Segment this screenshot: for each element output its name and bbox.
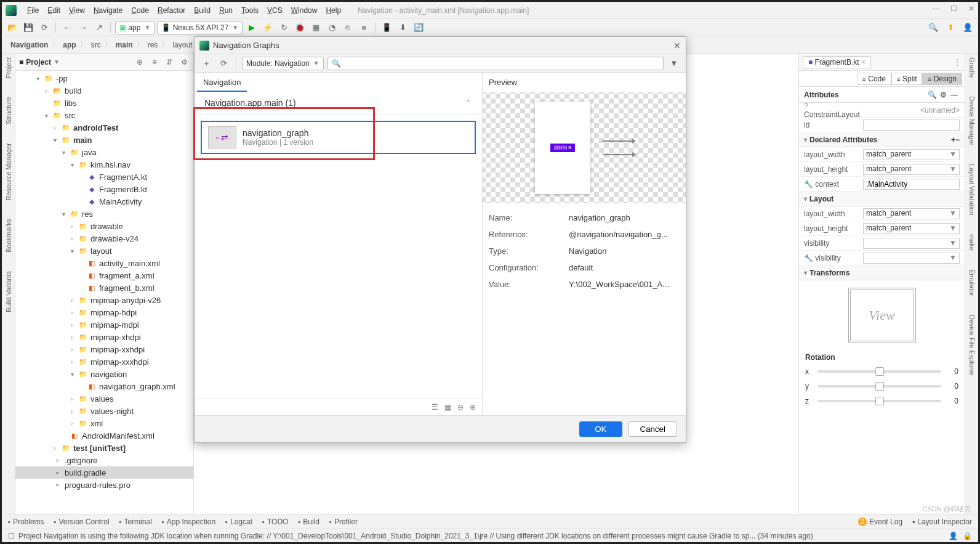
tools-visibility-select[interactable]: ▼ <box>863 253 960 264</box>
tree-row[interactable]: ◧activity_main.xml <box>15 257 193 269</box>
inspections-icon[interactable]: 👤 <box>949 532 958 540</box>
id-input[interactable] <box>863 120 960 131</box>
layout-height-select[interactable]: match_parent ▼ <box>863 164 960 175</box>
dialog-search-input[interactable]: 🔍 <box>327 57 664 70</box>
forward-icon[interactable]: → <box>76 21 90 35</box>
tree-row[interactable]: ▫proguard-rules.pro <box>15 479 193 491</box>
remove-attr-icon[interactable]: − <box>955 136 960 144</box>
layout-width-select[interactable]: match_parent ▼ <box>863 149 960 160</box>
stop-icon[interactable]: ■ <box>357 21 371 35</box>
tree-row[interactable]: ›📁mipmap-xxxhdpi <box>15 355 193 368</box>
rotation-z-slider[interactable]: z0 <box>799 394 965 408</box>
module-combo[interactable]: Module: Navigation▼ <box>242 57 324 70</box>
cancel-button[interactable]: Cancel <box>629 421 678 437</box>
tree-row[interactable]: ›📁test [unitTest] <box>15 442 193 454</box>
sync-gradle-icon[interactable]: 🔄 <box>412 21 425 35</box>
strip-emulator[interactable]: Emulator <box>968 269 976 296</box>
menu-vcs[interactable]: VCS <box>263 6 287 15</box>
tree-row[interactable]: ▾📁res <box>15 208 193 220</box>
viewmode-design[interactable]: ≡ Design <box>922 73 962 85</box>
tree-row[interactable]: ›📁values <box>15 392 193 405</box>
declared-attrs-header[interactable]: Declared Attributes <box>809 136 877 144</box>
strip-bookmarks[interactable]: Bookmarks <box>5 219 12 253</box>
crumb[interactable]: res <box>148 41 158 49</box>
bottom-todo[interactable]: ▪ TODO <box>262 518 288 526</box>
bottom-layout-inspector[interactable]: ▪ Layout Inspector <box>912 518 972 526</box>
layout-section-header[interactable]: Layout <box>809 195 833 203</box>
add-item-icon[interactable]: ⊕ <box>470 403 476 412</box>
module-section-header[interactable]: Navigation.app.main (1)⌃ <box>195 92 482 115</box>
tree-row[interactable]: ›📁mipmap-xhdpi <box>15 331 193 343</box>
gear-icon[interactable]: ⚙ <box>938 91 949 99</box>
menu-navigate[interactable]: Navigate <box>89 6 127 15</box>
tab-menu-icon[interactable]: ⋮ <box>954 58 961 67</box>
ok-button[interactable]: OK <box>579 421 622 437</box>
rotation-x-slider[interactable]: x0 <box>799 364 965 379</box>
tree-row[interactable]: ◧AndroidManifest.xml <box>15 429 193 442</box>
bottom-app-inspection[interactable]: ▪ App Inspection <box>162 518 215 526</box>
strip-project[interactable]: Project <box>5 57 12 78</box>
tree-row[interactable]: ◧fragment_a.xml <box>15 269 193 282</box>
target-icon[interactable]: ⊕ <box>134 58 145 67</box>
avd-icon[interactable]: 📱 <box>380 21 393 35</box>
crumb[interactable]: layout <box>172 41 192 49</box>
layout-width-select2[interactable]: match_parent ▼ <box>863 208 960 219</box>
bottom-logcat[interactable]: ▪ Logcat <box>225 518 252 526</box>
menu-refactor[interactable]: Refactor <box>153 6 190 15</box>
strip-structure[interactable]: Structure <box>5 97 12 124</box>
tree-row[interactable]: ▾📁navigation <box>15 368 193 380</box>
crumb[interactable]: src <box>91 41 101 49</box>
bottom-terminal[interactable]: ▪ Terminal <box>119 518 152 526</box>
tree-row[interactable]: ›📁xml <box>15 417 193 429</box>
tree-row[interactable]: ▫.gitignore <box>15 454 193 466</box>
save-icon[interactable]: 💾 <box>22 21 35 35</box>
search-attr-icon[interactable]: 🔍 <box>926 91 938 99</box>
run-config-combo[interactable]: ▣ app▼ <box>115 21 155 35</box>
rerun-icon[interactable]: ↻ <box>277 21 291 35</box>
lock-icon[interactable]: 🔒 <box>963 532 972 540</box>
tree-row[interactable]: ›📁values-night <box>15 405 193 417</box>
menu-tools[interactable]: Tools <box>237 6 263 15</box>
viewmode-code[interactable]: ≡ Code <box>857 73 891 85</box>
menu-code[interactable]: Code <box>127 6 153 15</box>
add-attr-icon[interactable]: + <box>951 136 955 144</box>
bottom-version-control[interactable]: ▪ Version Control <box>54 518 110 526</box>
tree-row[interactable]: ›📂build <box>15 84 193 97</box>
menu-view[interactable]: View <box>65 6 89 15</box>
status-icon[interactable]: ☐ <box>8 532 15 540</box>
settings-icon[interactable]: ⚙ <box>179 58 190 67</box>
tree-row[interactable]: ◆FragmentB.kt <box>15 183 193 195</box>
menu-run[interactable]: Run <box>215 6 237 15</box>
bottom-problems[interactable]: ▪ Problems <box>8 518 44 526</box>
editor-tab[interactable]: ■ FragmentB.kt × <box>803 56 871 68</box>
dialog-close-icon[interactable]: ✕ <box>673 41 681 51</box>
tree-row[interactable]: ◆MainActivity <box>15 195 193 208</box>
updates-icon[interactable]: ⬆ <box>944 21 957 35</box>
strip-device-manager[interactable]: Device Manager <box>968 96 976 145</box>
apply-changes-icon[interactable]: ⚡ <box>261 21 275 35</box>
maximize-icon[interactable]: ☐ <box>950 4 957 13</box>
open-icon[interactable]: 📂 <box>6 21 19 35</box>
attach-icon[interactable]: ⎋ <box>341 21 355 35</box>
tree-row[interactable]: ▾📁-pp <box>15 72 193 84</box>
navigation-graph-item[interactable]: ▫ ⇄ navigation_graph Navigation | 1 vers… <box>201 121 476 154</box>
tree-row[interactable]: ›📁mipmap-hdpi <box>15 306 193 319</box>
bottom-build[interactable]: ▪ Build <box>298 518 319 526</box>
visibility-select[interactable]: ▼ <box>863 238 960 249</box>
back-icon[interactable]: ← <box>60 21 74 35</box>
tree-row[interactable]: ◆FragmentA.kt <box>15 171 193 183</box>
coverage-icon[interactable]: ▦ <box>309 21 323 35</box>
menu-help[interactable]: Help <box>321 6 345 15</box>
tree-row[interactable]: ›📁androidTest <box>15 121 193 134</box>
add-icon[interactable]: ＋ <box>199 57 213 70</box>
minimize-icon[interactable]: — <box>932 4 939 13</box>
grid-view-icon[interactable]: ▦ <box>444 403 451 412</box>
tree-row[interactable]: ▾📁java <box>15 146 193 158</box>
hide-icon[interactable]: — <box>949 91 960 99</box>
context-input[interactable] <box>863 179 960 190</box>
tree-row[interactable]: ◧navigation_graph.xml <box>15 380 193 392</box>
crumb[interactable]: Navigation <box>10 41 48 49</box>
remove-icon[interactable]: ⊖ <box>457 403 464 412</box>
strip-gradle[interactable]: Gradle <box>968 57 976 78</box>
debug-icon[interactable]: 🐞 <box>293 21 307 35</box>
